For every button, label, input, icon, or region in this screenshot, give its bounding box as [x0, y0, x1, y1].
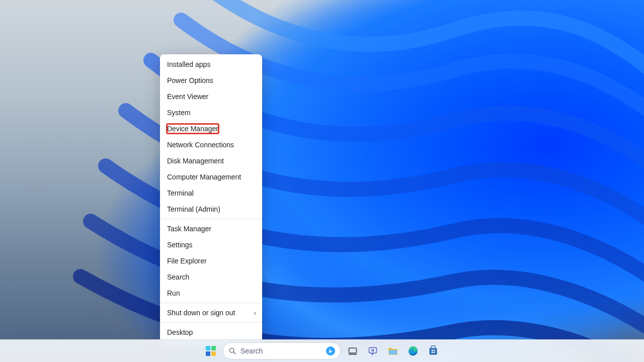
search-icon: [228, 347, 236, 355]
file-explorer-icon: [387, 346, 398, 356]
menu-item-label: Installed apps: [167, 60, 210, 68]
store-button[interactable]: [425, 343, 441, 359]
menu-separator: [160, 303, 262, 303]
svg-point-5: [372, 349, 374, 351]
svg-rect-2: [349, 348, 357, 353]
menu-item-run[interactable]: Run: [160, 285, 262, 301]
bing-icon: [326, 346, 335, 355]
task-view-icon: [348, 346, 358, 356]
menu-item-label: Network Connections: [167, 141, 234, 149]
menu-item-label: Search: [167, 273, 189, 281]
task-view-button[interactable]: [345, 343, 361, 359]
menu-item-label: File Explorer: [167, 257, 207, 265]
menu-item-label-highlighted: Device Manager: [167, 124, 218, 133]
svg-rect-4: [369, 347, 377, 353]
edge-icon: [408, 345, 419, 356]
search-placeholder: Search: [240, 347, 326, 355]
menu-item-terminal-admin[interactable]: Terminal (Admin): [160, 201, 262, 217]
start-icon: [206, 346, 216, 356]
menu-item-search[interactable]: Search: [160, 269, 262, 285]
taskbar-search[interactable]: Search: [223, 342, 341, 359]
edge-button[interactable]: [405, 343, 421, 359]
menu-item-system[interactable]: System: [160, 105, 262, 121]
menu-item-label: Event Viewer: [167, 93, 208, 101]
chat-icon: [368, 346, 378, 356]
menu-item-label: Desktop: [167, 328, 193, 336]
menu-item-label: Task Manager: [167, 225, 211, 233]
taskbar: Search: [0, 339, 644, 362]
menu-item-device-manager[interactable]: Device Manager: [160, 121, 262, 137]
menu-item-label: Terminal: [167, 189, 194, 197]
svg-rect-9: [432, 350, 433, 351]
menu-item-shut-down-or-sign-out[interactable]: Shut down or sign out: [160, 305, 262, 321]
svg-rect-8: [430, 348, 437, 354]
menu-item-label: Settings: [167, 241, 193, 249]
menu-item-terminal[interactable]: Terminal: [160, 185, 262, 201]
menu-separator: [160, 219, 262, 219]
file-explorer-button[interactable]: [385, 343, 401, 359]
menu-item-computer-management[interactable]: Computer Management: [160, 169, 262, 185]
menu-item-event-viewer[interactable]: Event Viewer: [160, 88, 262, 105]
menu-item-power-options[interactable]: Power Options: [160, 72, 262, 88]
menu-item-desktop[interactable]: Desktop: [160, 324, 262, 340]
menu-item-label: Power Options: [167, 76, 213, 84]
svg-line-1: [233, 352, 235, 354]
svg-rect-3: [349, 354, 357, 355]
svg-rect-11: [432, 352, 433, 353]
menu-separator: [160, 322, 262, 323]
chat-button[interactable]: [365, 343, 381, 359]
store-icon: [428, 345, 438, 356]
svg-rect-10: [434, 350, 435, 351]
menu-item-file-explorer[interactable]: File Explorer: [160, 253, 262, 269]
menu-item-network-connections[interactable]: Network Connections: [160, 137, 262, 153]
menu-item-label: Disk Management: [167, 157, 224, 165]
menu-item-label: Terminal (Admin): [167, 205, 220, 213]
menu-item-disk-management[interactable]: Disk Management: [160, 153, 262, 169]
winx-context-menu: Installed appsPower OptionsEvent ViewerS…: [160, 54, 262, 342]
menu-item-label: Shut down or sign out: [167, 309, 235, 317]
menu-item-settings[interactable]: Settings: [160, 237, 262, 253]
menu-item-task-manager[interactable]: Task Manager: [160, 221, 262, 237]
svg-rect-6: [389, 350, 397, 354]
menu-item-label: Run: [167, 289, 180, 297]
menu-item-label: Computer Management: [167, 173, 241, 181]
desktop-wallpaper: [0, 0, 644, 362]
menu-item-label: System: [167, 109, 191, 117]
start-button[interactable]: [203, 343, 219, 359]
svg-rect-12: [434, 352, 435, 353]
menu-item-installed-apps[interactable]: Installed apps: [160, 56, 262, 72]
